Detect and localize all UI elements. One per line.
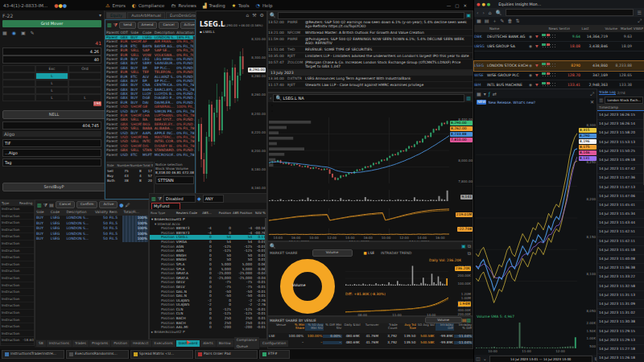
nell-button[interactable]: NELL	[2, 110, 105, 119]
dashboard-tab[interactable]: Position	[111, 340, 130, 347]
order-row[interactable]: ParentUSD ETCMSFT MICROSOF...0% FIL_78	[105, 153, 195, 157]
lock-icon[interactable]: ▣	[21, 31, 26, 35]
watchlist-row[interactable]: LSEG LONDON STOCK EXCH ◉ ▼ 8290 434,860 …	[474, 61, 644, 71]
dashboard-tab[interactable]: Compliance Queue	[234, 337, 259, 350]
attach-icon[interactable]: 🖉	[126, 203, 130, 208]
trade-row[interactable]: 14 Jul 2023 11:43:44	[597, 219, 644, 228]
dashboard-tab[interactable]: Borrow	[217, 340, 233, 347]
home-icon[interactable]: ⌂	[489, 10, 492, 15]
date-range-picker[interactable]: 14 Jul 2023 13:01 — 14 Jul 2023 13:00	[489, 356, 592, 362]
pop-out-icon[interactable]: ⧉	[468, 244, 471, 249]
trade-row[interactable]: 14 Jul 2023 11:33:22	[597, 273, 644, 282]
dashboard-tab[interactable]: Executions	[152, 340, 175, 347]
dashboard-tab[interactable]: Trades	[72, 340, 89, 347]
size-field[interactable]: 40	[2, 56, 101, 64]
trade-row[interactable]: 14 Jul 2023 11:31:09	[597, 300, 644, 309]
link-icon[interactable]: ◉	[12, 31, 16, 35]
instruction-row[interactable]: Instruction	[1, 248, 34, 255]
instruction-row[interactable]: Instruction	[1, 220, 34, 227]
trade-row[interactable]: 14 Jul 2023 11:58:20	[597, 129, 644, 138]
active-dropdown[interactable]: Active	[180, 22, 195, 29]
trade-row[interactable]: 14 Jul 2023 11:45:34	[597, 210, 644, 219]
intraday-volume-chart[interactable]	[345, 265, 448, 286]
venue-metric-dropdown[interactable]: Volume	[425, 317, 462, 323]
news-row[interactable]: 11:17:40RJETStewarts Law LLP - Case brou…	[268, 82, 473, 88]
trade-row[interactable]: 14 Jul 2023 11:36:38	[597, 264, 644, 273]
eye-icon[interactable]: ◉	[529, 71, 535, 80]
news-row[interactable]: 10:57:47ZOLCOMJPMorgan Chase & Co. Incre…	[268, 60, 473, 70]
instruction-row[interactable]: Instruction	[1, 213, 34, 220]
menu-errors[interactable]: ⚠Errors	[105, 3, 126, 8]
maximize-button[interactable]: ▢	[455, 3, 459, 8]
menu-reviews[interactable]: 🗀Reviews	[171, 3, 196, 8]
amend-button[interactable]: Amend	[138, 22, 158, 29]
taskbar-item[interactable]: Pairs Order Pad	[195, 350, 258, 359]
tools-icon[interactable]: ⚒	[252, 13, 256, 18]
menu-tools[interactable]: ★Tools	[232, 3, 250, 8]
instruction-row[interactable]: Instruction	[1, 206, 34, 213]
menu-compliance[interactable]: ◐Compliance	[132, 3, 165, 8]
news-row[interactable]: 10:35:00RJETLinklaters LLP - Linklaters …	[268, 53, 473, 60]
send-button[interactable]: Send	[119, 22, 136, 29]
child-order-row[interactable]: BUYLSEG LONDON S...50 FIL.5100%	[35, 237, 148, 242]
instruction-row[interactable]: Instruction	[1, 268, 34, 275]
intraday-amount-chart[interactable]	[345, 297, 448, 313]
tree-node-broker2[interactable]: ▸ BrokerAccount2 P	[150, 330, 266, 335]
trade-row[interactable]: 14 Jul 2023 11:27:18	[597, 345, 644, 354]
eye-icon[interactable]: ◉	[529, 61, 535, 70]
trade-row[interactable]: 14 Jul 2023 11:50:25	[597, 147, 644, 156]
menu-icon[interactable]: ☰	[638, 10, 642, 15]
product-dropdown[interactable]: ANY	[203, 195, 224, 203]
volume-bars-chart[interactable]	[269, 190, 449, 201]
grid-mover-button[interactable]: Grid Mover	[2, 20, 101, 27]
instruction-row[interactable]: Instruction	[1, 289, 34, 296]
market-share-donut[interactable]	[278, 258, 337, 315]
venue-row[interactable]: Total–– –480.69K41.76M 3,792139.50540.58…	[268, 339, 473, 346]
module-tab[interactable]: Equity	[106, 12, 126, 19]
trade-row[interactable]: 14 Jul 2023 11:41:18	[597, 246, 644, 255]
depth-grid[interactable]: ExcOrd L L L LL	[2, 65, 101, 101]
eye-icon[interactable]: ◉	[529, 42, 535, 51]
trade-row[interactable]: 14 Jul 2023 11:30:38	[597, 318, 644, 327]
tab-trade-log[interactable]: Trade Log	[599, 90, 616, 95]
instruction-row[interactable]: Instruction	[1, 302, 34, 310]
trade-row[interactable]: 14 Jul 2023 16:26:15	[597, 111, 644, 120]
trade-row[interactable]: 14 Jul 2023 11:29:13	[597, 336, 644, 345]
instruction-row[interactable]: Instruction	[1, 241, 34, 248]
instruction-row[interactable]: Instruction	[1, 233, 34, 241]
taskbar-item[interactable]: ExecutionsRandomIns...	[66, 350, 129, 359]
filter-icon[interactable]: ⧩	[43, 203, 47, 208]
news-row[interactable]: 13:52:00PWRE@Reuters: S&P 500 Q2 earning…	[268, 19, 473, 30]
menu-help[interactable]: ◔Help	[256, 3, 273, 8]
cancel-child-button[interactable]: Cancel	[56, 201, 75, 208]
share-metric-dropdown[interactable]: Volume	[312, 249, 353, 257]
cancel-button[interactable]: Cancel	[159, 22, 178, 29]
sort-icon[interactable]: ⇅	[515, 19, 519, 23]
pin-icon[interactable]: ▾	[99, 13, 101, 18]
home-icon[interactable]: ⌂	[246, 13, 249, 18]
trade-row[interactable]: 14 Jul 2023 11:53:13	[597, 138, 644, 147]
candlestick-chart[interactable]	[198, 37, 245, 190]
trade-row[interactable]: 14 Jul 2023 11:47:42	[597, 165, 644, 174]
indicator-icon[interactable]: ƒ	[489, 92, 490, 97]
instruction-row[interactable]: Instruction	[1, 323, 34, 331]
tab-secondary[interactable]: 2/7d	[617, 91, 625, 95]
filter-icon[interactable]: ⧩	[158, 196, 162, 201]
send-buy-button[interactable]: SendBuyP	[2, 183, 105, 191]
instruction-row[interactable]: Instruction	[1, 227, 34, 234]
taskbar-item[interactable]: ETF#	[259, 350, 290, 359]
fund-filter[interactable]: MyFund	[151, 203, 180, 209]
symbol-search-input[interactable]: 🔍 LSEG.L NA	[273, 94, 464, 102]
price-field[interactable]: 4.26	[2, 47, 101, 56]
positions-scrollbar[interactable]	[265, 218, 266, 274]
back-icon[interactable]: ‹	[270, 96, 271, 101]
news-row[interactable]: 11:59:00PWRE@Pvindgears: S&P 500 Q2 EARN…	[268, 36, 473, 47]
dashboard-tab[interactable]: SB	[36, 340, 46, 347]
blotter-view-icon[interactable]: ▥	[107, 23, 112, 27]
maximize-traffic-light[interactable]: ●	[487, 2, 490, 6]
sttsnn-field[interactable]: STTSNN	[155, 176, 194, 184]
trade-row[interactable]: 14 Jul 2023 11:47:13	[597, 183, 644, 192]
menu-trading[interactable]: ▟Trading	[203, 3, 225, 8]
dismiss-icon[interactable]: ✕	[590, 100, 594, 105]
trade-row[interactable]: 14 Jul 2023 11:45:41	[597, 201, 644, 210]
